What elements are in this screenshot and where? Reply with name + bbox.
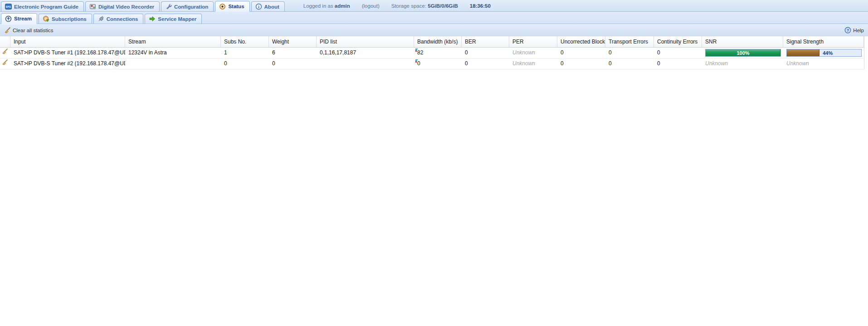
main-tab-bar: EPG Electronic Program Guide Digital Vid… [0,0,868,12]
signal-strength-progress-bar: 44% [786,49,862,57]
tab-label: About [264,4,279,10]
cell-per: Unknown [509,58,557,69]
status-sub-tab-bar: Stream Subscriptions Connections Service… [0,12,868,24]
cell-continuity-errors: 0 [654,58,702,69]
dirty-cell-marker [415,59,418,62]
cell-row-actions [0,48,10,58]
tab-label: Service Mapper [158,16,196,22]
cell-stream: 12324V in Astra [125,48,221,58]
antenna-icon [5,15,12,22]
cell-uncorrected-blocks: 0 [557,48,605,58]
grid-header: Input Stream Subs No. Weight PID list Ba… [0,36,864,48]
table-row-tuner-1[interactable]: SAT>IP DVB-S Tuner #1 (192.168.178.47@UD… [0,48,864,58]
column-header-continuity-errors[interactable]: Continuity Errors [654,36,702,47]
tab-status[interactable]: Status [215,1,249,12]
cell-pid-list: 0,1,16,17,8187 [317,48,414,58]
info-icon: i [255,3,262,10]
storage-space-text: Storage space: 5GiB/0/6GiB [391,3,458,9]
tab-label: Status [228,4,244,9]
cell-snr: Unknown [702,58,783,69]
cell-signal-strength: 44% [783,48,864,58]
button-label: Clear all statistics [13,28,53,33]
tab-connections[interactable]: Connections [93,14,144,24]
plug-icon [98,15,104,22]
column-header-stream[interactable]: Stream [125,36,221,47]
tab-label: Digital Video Recorder [98,4,154,10]
cell-bandwidth: 0 [414,58,462,69]
cell-signal-strength: Unknown [783,58,864,69]
cell-subs-no: 1 [221,48,269,58]
cell-continuity-errors: 0 [654,48,702,58]
broom-icon[interactable] [2,59,8,65]
tab-configuration[interactable]: Configuration [161,1,214,11]
storage-value: 5GiB/0/6GiB [428,3,458,9]
snr-bar-label: 100% [706,49,780,57]
stream-grid: Input Stream Subs No. Weight PID list Ba… [0,36,864,69]
tab-service-mapper[interactable]: Service Mapper [145,14,202,24]
arrow-right-icon [149,15,156,22]
cell-input: SAT>IP DVB-S Tuner #1 (192.168.178.47@UD… [10,48,125,58]
session-info: Logged in as admin (logout) Storage spac… [303,0,491,11]
tab-label: Subscriptions [52,16,87,22]
stream-toolbar: Clear all statistics ? Help [0,24,868,36]
cell-snr: 100% [702,48,783,58]
column-header-uncorrected-blocks[interactable]: Uncorrected Blocks [557,36,605,47]
cell-weight: 0 [269,58,317,69]
clock: 18:36:50 [470,3,491,9]
cell-ber: 0 [462,58,509,69]
cell-ber: 0 [462,48,509,58]
svg-text:EPG: EPG [6,5,11,8]
cell-transport-errors: 0 [605,48,654,58]
snr-progress-bar: 100% [705,49,781,57]
clear-all-statistics-button[interactable]: Clear all statistics [2,26,55,34]
table-row-tuner-2[interactable]: SAT>IP DVB-S Tuner #2 (192.168.178.47@UD… [0,58,864,69]
cell-input: SAT>IP DVB-S Tuner #2 (192.168.178.47@UD… [10,58,125,69]
column-header-pid-list[interactable]: PID list [317,36,414,47]
logout-link[interactable]: (logout) [362,3,380,9]
signal-bar-label: 44% [823,49,833,57]
dirty-cell-marker [415,49,418,51]
column-header-ber[interactable]: BER [462,36,509,47]
cell-uncorrected-blocks: 0 [557,58,605,69]
tab-label: Electronic Program Guide [14,4,78,10]
tab-stream[interactable]: Stream [1,13,37,24]
help-icon: ? [844,27,851,34]
cell-weight: 6 [269,48,317,58]
broom-icon [4,27,11,34]
signal-bar-fill [787,49,819,56]
wrench-icon [165,3,172,10]
cell-stream [125,58,221,69]
dvr-icon [89,3,96,10]
button-label: Help [853,28,864,33]
status-eye-icon [219,3,226,10]
column-header-weight[interactable]: Weight [269,36,317,47]
column-header-subs-no[interactable]: Subs No. [221,36,269,47]
column-header-bandwidth[interactable]: Bandwidth (kb/s) [414,36,462,47]
column-header-snr[interactable]: SNR [702,36,783,47]
tab-label: Connections [107,16,138,22]
column-header-per[interactable]: PER [509,36,557,47]
column-header-signal-strength[interactable]: Signal Strength [783,36,864,47]
tab-label: Stream [14,16,32,21]
tab-electronic-program-guide[interactable]: EPG Electronic Program Guide [1,1,84,11]
column-header-row-actions [0,36,10,47]
column-header-input[interactable]: Input [10,36,125,47]
tab-digital-video-recorder[interactable]: Digital Video Recorder [85,1,160,11]
tab-subscriptions[interactable]: Subscriptions [39,14,92,24]
broom-icon[interactable] [2,48,8,54]
svg-text:?: ? [847,28,849,33]
column-header-transport-errors[interactable]: Transport Errors [605,36,654,47]
logged-in-text: Logged in as admin [303,3,350,9]
epg-icon: EPG [5,3,12,10]
cell-transport-errors: 0 [605,58,654,69]
tab-about[interactable]: i About [251,1,285,11]
cell-pid-list [317,58,414,69]
cell-bandwidth: 82 [414,48,462,58]
help-button[interactable]: ? Help [842,26,866,34]
cell-row-actions [0,58,10,69]
subscriptions-icon [43,15,49,22]
username: admin [335,3,350,9]
cell-subs-no: 0 [221,58,269,69]
tab-label: Configuration [174,4,208,10]
cell-per: Unknown [509,48,557,58]
